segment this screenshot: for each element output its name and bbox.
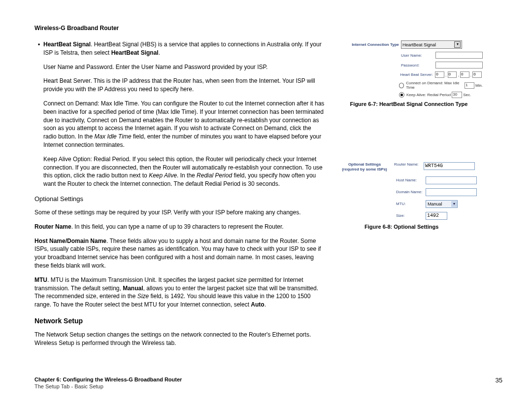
domain-name-input[interactable] <box>426 188 477 196</box>
figure-6-8: Optional Settings (required by some ISPs… <box>335 162 483 220</box>
para-user-pass: User Name and Password. Enter the User N… <box>43 63 325 71</box>
figures-column: Internet Connection Type HeartBeat Signa… <box>335 40 483 230</box>
username-label: User Name: <box>401 53 435 58</box>
fig68-side-label: Optional Settings (required by some ISPs… <box>335 162 394 172</box>
password-label: Password: <box>401 63 435 68</box>
para-network: The Network Setup section changes the se… <box>34 331 325 347</box>
section-network-setup: Network Setup <box>34 317 325 325</box>
subhead-optional: Optional Settings <box>34 195 325 203</box>
para-mtu: MTU. MTU is the Maximum Transmission Uni… <box>34 276 325 309</box>
max-idle-input[interactable]: 1 <box>465 82 474 89</box>
ip-octet-4[interactable]: 0 <box>472 71 482 78</box>
ip-octet-2[interactable]: 0 <box>448 71 457 78</box>
password-input[interactable] <box>435 62 483 68</box>
figure-6-7: Internet Connection Type HeartBeat Signa… <box>335 40 483 98</box>
page-number: 35 <box>496 377 502 384</box>
document-header: Wireless-G Broadband Router <box>34 25 502 32</box>
mtu-select[interactable]: Manual ▾ <box>426 200 458 208</box>
cod-label: Connect on Demand: Max Idle Time <box>406 81 464 90</box>
footer-chapter: Chapter 6: Configuring the Wireless-G Br… <box>34 377 502 382</box>
chevron-down-icon: ▾ <box>451 201 457 207</box>
size-label: Size: <box>396 213 426 218</box>
ka-label: Keep Alive: Redial Period <box>406 93 451 97</box>
hbs-label: Heart Beat Server: <box>400 72 435 77</box>
chevron-down-icon: ▾ <box>454 41 461 48</box>
router-name-label: Router Name: <box>394 162 424 167</box>
para-cod: Connect on Demand: Max Idle Time. You ca… <box>43 100 325 149</box>
main-text-column: • HeartBeat Signal. HeartBeat Signal (HB… <box>34 40 335 353</box>
bullet-heartbeat: • HeartBeat Signal. HeartBeat Signal (HB… <box>34 40 325 57</box>
bullet-term-2: HeartBeat Signal <box>111 49 159 56</box>
para-opt-intro: Some of these settings may be required b… <box>34 208 325 217</box>
cod-unit: Min. <box>475 83 483 88</box>
para-host-domain: Host Name/Domain Name. These fields allo… <box>34 237 325 270</box>
mtu-label: MTU: <box>396 202 426 206</box>
host-name-label: Host Name: <box>396 178 426 182</box>
keep-alive-row: Keep Alive: Redial Period 30 Sec. <box>399 92 483 98</box>
para-hbs: Heart Beat Server. This is the IP addres… <box>43 77 325 94</box>
para-router-name: Router Name. In this field, you can type… <box>34 223 325 231</box>
footer-section: The Setup Tab - Basic Setup <box>34 383 502 389</box>
figure-6-7-caption: Figure 6-7: HeartBeat Signal Connection … <box>335 101 483 107</box>
ka-unit: Sec. <box>463 93 471 97</box>
bullet-text-end: . <box>159 49 160 56</box>
para-keepalive: Keep Alive Option: Redial Period. If you… <box>43 155 325 188</box>
domain-name-label: Domain Name: <box>396 190 426 194</box>
bullet-term: HeartBeat Signal <box>43 41 91 48</box>
username-input[interactable] <box>435 52 483 59</box>
router-name-input[interactable]: WRT54G <box>424 162 475 170</box>
connect-on-demand-row: Connect on Demand: Max Idle Time 1 Min. <box>399 81 483 90</box>
mtu-value: Manual <box>428 202 442 206</box>
fig67-section-label: Internet Connection Type <box>335 42 401 47</box>
size-input[interactable]: 1492 <box>426 212 447 220</box>
host-name-input[interactable] <box>426 176 477 184</box>
cod-radio[interactable] <box>399 83 404 88</box>
ip-octet-3[interactable]: 0 <box>460 71 469 78</box>
redial-period-input[interactable]: 30 <box>452 92 462 98</box>
ip-octet-1[interactable]: 0 <box>435 71 444 78</box>
bullet-dot: • <box>34 40 43 57</box>
figure-6-8-caption: Figure 6-8: Optional Settings <box>365 224 483 230</box>
page-footer: Chapter 6: Configuring the Wireless-G Br… <box>34 377 502 389</box>
dropdown-value: HeartBeat Signal <box>402 42 436 47</box>
keep-alive-radio[interactable] <box>399 92 404 98</box>
connection-type-dropdown[interactable]: HeartBeat Signal ▾ <box>401 40 462 49</box>
